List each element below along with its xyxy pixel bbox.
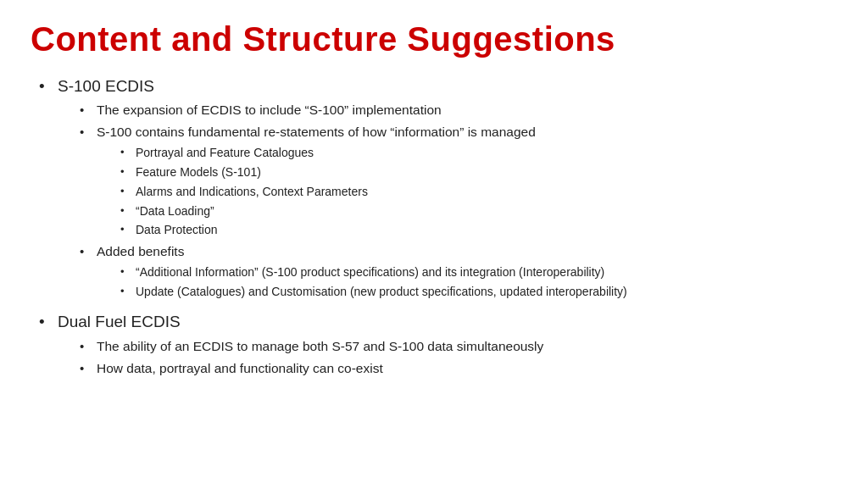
list-item-additional-info: “Additional Information” (S-100 product … (120, 263, 837, 282)
coexist-label: How data, portrayal and functionality ca… (97, 361, 383, 375)
added-benefits-children: “Additional Information” (S-100 product … (120, 263, 837, 301)
list-item-expansion: The expansion of ECDIS to include “S-100… (80, 100, 837, 120)
ability-label: The ability of an ECDIS to manage both S… (97, 339, 543, 353)
dual-fuel-label: Dual Fuel ECDIS (58, 313, 181, 330)
added-benefits-label: Added benefits (97, 244, 184, 258)
list-item-portrayal: Portrayal and Feature Catalogues (120, 144, 837, 163)
list-item-coexist: How data, portrayal and functionality ca… (80, 358, 837, 379)
fundamental-children: Portrayal and Feature Catalogues Feature… (120, 144, 837, 239)
s100-children: The expansion of ECDIS to include “S-100… (80, 100, 837, 301)
expansion-label: The expansion of ECDIS to include “S-100… (97, 103, 442, 117)
fundamental-label: S-100 contains fundamental re-statements… (97, 125, 536, 139)
list-item-alarms: Alarms and Indications, Context Paramete… (120, 183, 837, 202)
list-item-data-protection: Data Protection (120, 221, 837, 240)
feature-models-label: Feature Models (S-101) (136, 165, 261, 179)
alarms-label: Alarms and Indications, Context Paramete… (136, 185, 368, 198)
page-title: Content and Structure Suggestions (31, 20, 837, 58)
additional-info-label: “Additional Information” (S-100 product … (136, 265, 604, 279)
list-item-added-benefits: Added benefits “Additional Information” … (80, 241, 837, 301)
list-item-ability: The ability of an ECDIS to manage both S… (80, 336, 837, 357)
update-label: Update (Catalogues) and Customisation (n… (136, 285, 627, 298)
list-item-dual-fuel: Dual Fuel ECDIS The ability of an ECDIS … (39, 309, 837, 378)
content-area: S-100 ECDIS The expansion of ECDIS to in… (31, 74, 837, 379)
data-loading-label: “Data Loading” (136, 204, 214, 218)
list-item-s100: S-100 ECDIS The expansion of ECDIS to in… (39, 74, 837, 301)
list-item-feature-models: Feature Models (S-101) (120, 164, 837, 182)
portrayal-label: Portrayal and Feature Catalogues (136, 146, 314, 159)
dual-fuel-children: The ability of an ECDIS to manage both S… (80, 336, 837, 379)
data-protection-label: Data Protection (136, 223, 218, 236)
list-item-update: Update (Catalogues) and Customisation (n… (120, 283, 837, 302)
s100-label: S-100 ECDIS (58, 77, 154, 95)
main-list: S-100 ECDIS The expansion of ECDIS to in… (39, 74, 837, 379)
list-item-fundamental: S-100 contains fundamental re-statements… (80, 122, 837, 239)
list-item-data-loading: “Data Loading” (120, 202, 837, 221)
